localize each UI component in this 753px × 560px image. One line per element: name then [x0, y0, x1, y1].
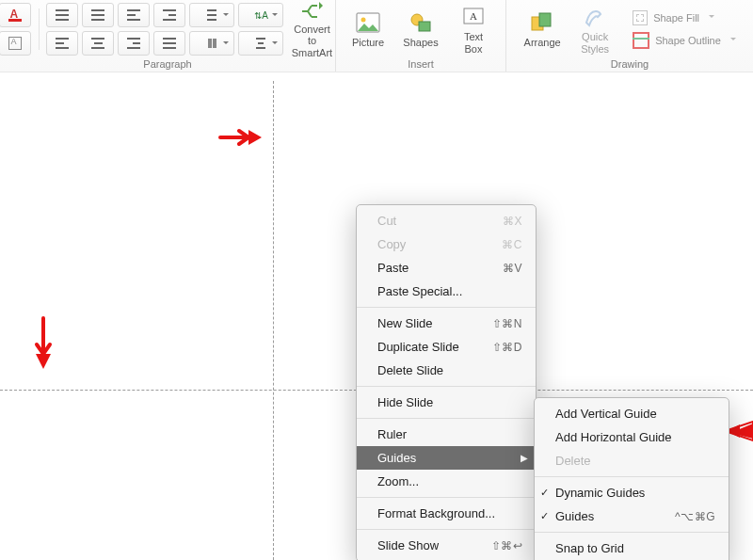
- bullets-button[interactable]: [46, 3, 78, 27]
- shapes-icon: [408, 9, 434, 36]
- decrease-indent-button[interactable]: [118, 3, 150, 27]
- svg-rect-3: [419, 22, 430, 31]
- clear-format-button[interactable]: A: [0, 31, 31, 56]
- svg-rect-7: [539, 13, 551, 26]
- ribbon-group-drawing: Arrange Quick Styles Shape Fill Shape Ou…: [506, 0, 753, 72]
- shape-fill-button[interactable]: Shape Fill: [627, 8, 742, 28]
- textbox-label: Text Box: [464, 31, 483, 55]
- align-right-button[interactable]: [118, 31, 150, 56]
- group-label-drawing: Drawing: [611, 58, 649, 72]
- align-text-button[interactable]: [238, 31, 283, 56]
- numbering-button[interactable]: [82, 3, 114, 27]
- shape-outline-button[interactable]: Shape Outline: [627, 30, 742, 51]
- shapes-button[interactable]: Shapes: [396, 1, 445, 57]
- group-label-insert: Insert: [408, 58, 434, 72]
- textbox-button[interactable]: A Text Box: [449, 1, 498, 57]
- smartart-icon: [298, 0, 325, 23]
- arrange-button[interactable]: Arrange: [518, 1, 567, 57]
- font-color-button[interactable]: A: [0, 3, 31, 27]
- picture-icon: [355, 9, 381, 36]
- ruler-separator: [0, 72, 753, 72]
- quick-styles-button[interactable]: Quick Styles: [570, 1, 619, 57]
- arrange-icon: [529, 9, 555, 36]
- picture-button[interactable]: Picture: [344, 1, 393, 57]
- shape-fill-label: Shape Fill: [653, 12, 699, 24]
- ribbon-group-insert: Picture Shapes A Text Box Insert: [336, 0, 506, 72]
- group-label-paragraph: Paragraph: [143, 58, 191, 72]
- textbox-icon: A: [460, 4, 487, 30]
- columns-button[interactable]: [189, 31, 234, 56]
- svg-text:A: A: [470, 10, 477, 22]
- arrange-label: Arrange: [524, 37, 561, 49]
- svg-point-1: [361, 18, 366, 23]
- align-justify-button[interactable]: [153, 31, 185, 56]
- shapes-label: Shapes: [403, 37, 438, 49]
- text-direction-button[interactable]: ⇅A: [238, 3, 283, 27]
- slide-canvas[interactable]: Cut⌘X Copy⌘C Paste⌘V Paste Special... Ne…: [0, 72, 753, 72]
- shape-outline-label: Shape Outline: [655, 35, 721, 46]
- align-center-button[interactable]: [82, 31, 114, 56]
- increase-indent-button[interactable]: [153, 3, 185, 27]
- line-spacing-button[interactable]: [189, 3, 234, 27]
- picture-label: Picture: [352, 37, 384, 49]
- ribbon: A A: [0, 0, 753, 72]
- shape-fill-icon: [633, 10, 648, 25]
- quick-styles-label: Quick Styles: [581, 31, 609, 55]
- convert-smartart-label: Convert to SmartArt: [288, 24, 335, 59]
- ribbon-group-paragraph: A A: [0, 0, 336, 72]
- align-left-button[interactable]: [46, 31, 78, 56]
- quick-styles-icon: [582, 4, 608, 30]
- convert-smartart-button[interactable]: Convert to SmartArt: [287, 1, 336, 57]
- shape-outline-icon: [633, 32, 649, 49]
